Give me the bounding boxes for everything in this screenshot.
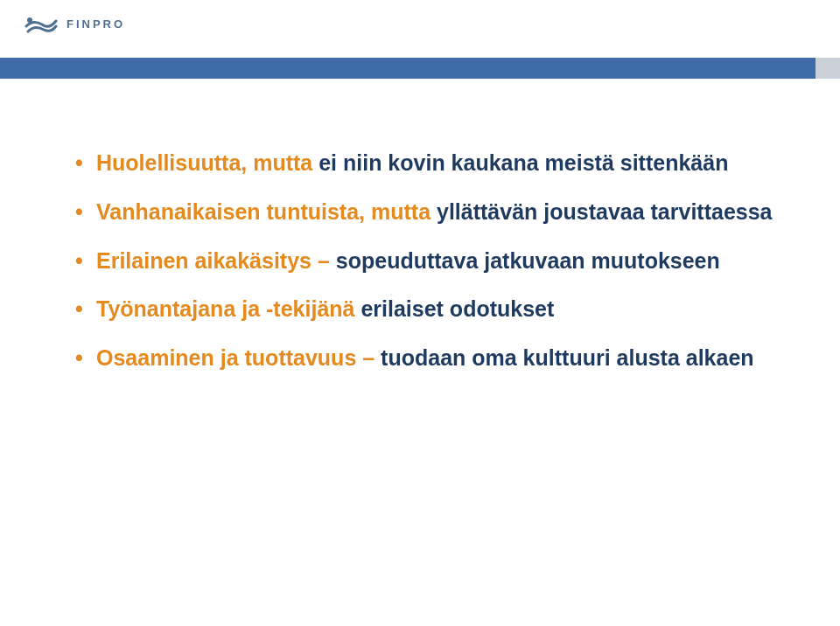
bullet-text-part: sopeuduttava jatkuvaan muutokseen	[336, 248, 720, 273]
bullet-text-part: yllättävän joustavaa tarvittaessa	[437, 199, 773, 224]
list-item: Työnantajana ja -tekijänä erilaiset odot…	[70, 295, 788, 324]
bullet-text-part: erilaiset odotukset	[360, 296, 554, 321]
list-item: Vanhanaikaisen tuntuista, mutta yllättäv…	[70, 198, 788, 227]
content-area: Huolellisuutta, mutta ei niin kovin kauk…	[70, 149, 788, 393]
brand-logo: FINPRO	[24, 14, 125, 33]
brand-name: FINPRO	[66, 17, 125, 31]
list-item: Huolellisuutta, mutta ei niin kovin kauk…	[70, 149, 788, 178]
bullet-text-part: Vanhanaikaisen tuntuista, mutta	[96, 199, 437, 224]
bullet-text-part: Huolellisuutta, mutta	[96, 150, 318, 175]
list-item: Erilainen aikakäsitys – sopeuduttava jat…	[70, 247, 788, 276]
slide: FINPRO Huolellisuutta, mutta ei niin kov…	[0, 0, 840, 626]
bullet-text-part: tuodaan oma kulttuuri alusta alkaen	[381, 345, 753, 370]
list-item: Osaaminen ja tuottavuus – tuodaan oma ku…	[70, 344, 788, 373]
bullet-text-part: Osaaminen ja tuottavuus –	[96, 345, 381, 370]
header: FINPRO	[0, 0, 840, 58]
svg-point-0	[27, 17, 32, 23]
bullet-text-part: Työnantajana ja -tekijänä	[96, 296, 360, 321]
bullet-text-part: ei niin kovin kaukana meistä sittenkään	[318, 150, 728, 175]
bullet-list: Huolellisuutta, mutta ei niin kovin kauk…	[70, 149, 788, 373]
bullet-text-part: Erilainen aikakäsitys –	[96, 248, 336, 273]
finpro-mark-icon	[24, 14, 58, 33]
